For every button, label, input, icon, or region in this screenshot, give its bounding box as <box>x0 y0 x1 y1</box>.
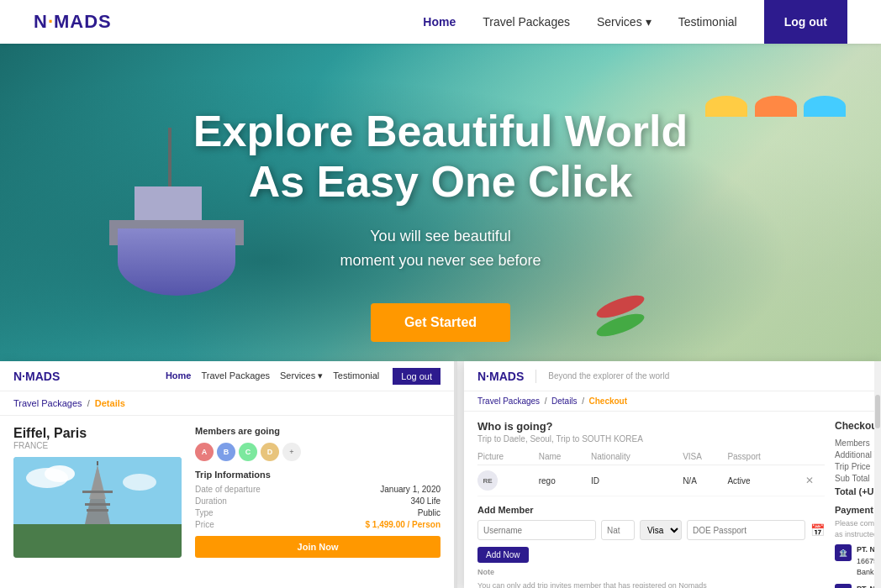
breadcrumb-parent[interactable]: Travel Packages <box>13 398 82 408</box>
who-going-sub: Trip to Daele, Seoul, Trip to SOUTH KORE… <box>477 434 825 444</box>
svg-rect-7 <box>82 491 113 493</box>
add-now-button[interactable]: Add Now <box>477 547 529 563</box>
trip-info-title: Trip Informations <box>195 470 440 480</box>
card-right-breadcrumb: Travel Packages / Details / Checkout <box>464 391 881 412</box>
header-divider <box>535 370 536 383</box>
col-picture: Picture <box>477 452 539 465</box>
breadcrumb-checkout: Checkout <box>589 396 628 406</box>
note-text: You can only add trip invites member tha… <box>477 581 825 588</box>
nav-testimonial[interactable]: Testimonial <box>678 15 737 29</box>
trip-info-section: Members are going A B C D + Trip Informa… <box>195 426 440 558</box>
col-nationality: Nationality <box>591 452 683 465</box>
get-started-button[interactable]: Get Started <box>371 303 510 342</box>
avatar-4: D <box>261 443 279 461</box>
join-now-button[interactable]: Join Now <box>195 536 440 558</box>
svg-rect-1 <box>13 524 182 558</box>
card-breadcrumb: Travel Packages / Details <box>0 391 454 416</box>
who-going-title: Who is going? <box>477 420 825 433</box>
member-visa: N/A <box>683 465 727 496</box>
logo: N·MADS <box>34 11 112 33</box>
breadcrumb-details[interactable]: Details <box>551 396 578 406</box>
checkout-card: N·MADS Beyond the explorer of the world … <box>464 361 881 588</box>
svg-point-3 <box>45 465 75 482</box>
nationality-input[interactable] <box>601 520 635 540</box>
col-passport: Passport <box>727 452 805 465</box>
card-right-header: N·MADS Beyond the explorer of the world <box>464 361 881 391</box>
card-logo: N·MADS <box>13 370 60 383</box>
passport-input[interactable] <box>687 520 805 540</box>
col-name: Name <box>539 452 591 465</box>
destination-image <box>13 457 182 558</box>
card-nav-testimonial[interactable]: Testimonial <box>333 370 379 381</box>
trip-type-row: Type Public <box>195 508 440 517</box>
add-member-form: Visa 📅 <box>477 520 825 540</box>
destination-title: Eiffel, Paris <box>13 426 182 441</box>
checkout-left: Who is going? Trip to Daele, Seoul, Trip… <box>477 420 825 588</box>
card-nav-links: Home Travel Packages Services ▾ Testimon… <box>166 370 379 381</box>
table-row: RE rego ID N/A Active ✕ <box>477 465 825 496</box>
visa-select[interactable]: Visa <box>640 520 682 540</box>
username-input[interactable] <box>477 520 596 540</box>
calendar-icon: 📅 <box>810 523 825 537</box>
note-label: Note <box>477 568 825 576</box>
nav-home[interactable]: Home <box>423 15 456 29</box>
nav-travel-packages[interactable]: Travel Packages <box>483 15 570 29</box>
svg-point-4 <box>123 474 156 491</box>
logout-button[interactable]: Log out <box>764 0 847 44</box>
avatar-3: C <box>239 443 257 461</box>
member-avatar: RE <box>477 470 498 491</box>
card-nav-services[interactable]: Services ▾ <box>280 370 323 381</box>
card-body: Eiffel, Paris FRANCE <box>0 416 454 568</box>
scrollbar[interactable] <box>874 361 881 588</box>
destination-country: FRANCE <box>13 441 182 450</box>
svg-rect-8 <box>85 503 110 506</box>
hero-title: Explore Beautiful World As Easy One Clic… <box>193 107 688 207</box>
bank-icon-2: 🏦 <box>835 584 852 588</box>
member-passport: Active <box>727 465 805 496</box>
hero-content: Explore Beautiful World As Easy One Clic… <box>193 107 688 341</box>
scrollbar-thumb <box>875 395 880 428</box>
breadcrumb-current: Details <box>95 398 125 408</box>
avatar-2: B <box>217 443 235 461</box>
add-member-title: Add Member <box>477 505 825 515</box>
col-visa: VISA <box>683 452 727 465</box>
cards-divider <box>454 361 457 588</box>
card-nav-home[interactable]: Home <box>166 370 192 381</box>
hero-section: Explore Beautiful World As Easy One Clic… <box>0 44 881 405</box>
trip-duration-row: Duration 340 Life <box>195 496 440 506</box>
members-going-label: Members are going <box>195 426 440 436</box>
trip-departure-row: Date of departure January 1, 2020 <box>195 485 440 494</box>
card-navbar: N·MADS Home Travel Packages Services ▾ T… <box>0 361 454 391</box>
avatar-1: A <box>195 443 214 461</box>
remove-member-button[interactable]: ✕ <box>805 475 814 486</box>
card-right-body: Who is going? Trip to Daele, Seoul, Trip… <box>464 412 881 588</box>
card-right-logo: N·MADS <box>477 370 524 383</box>
main-navbar: N·MADS Home Travel Packages Services ▾ T… <box>0 0 881 44</box>
bank-icon-1: 🏦 <box>835 544 852 561</box>
col-action <box>805 452 825 465</box>
bottom-section: N·MADS Home Travel Packages Services ▾ T… <box>0 361 881 588</box>
card-logout-button[interactable]: Log out <box>393 368 440 385</box>
detail-card: N·MADS Home Travel Packages Services ▾ T… <box>0 361 454 588</box>
member-name: rego <box>539 465 591 496</box>
nav-menu: Home Travel Packages Services ▾ Testimon… <box>423 14 736 29</box>
umbrella-decoration <box>704 94 847 122</box>
avatar-more: + <box>282 443 301 461</box>
member-nationality: ID <box>591 465 683 496</box>
hero-subtitle: You will see beautiful moment you never … <box>193 224 688 273</box>
card-tagline: Beyond the explorer of the world <box>548 371 669 381</box>
card-nav-travel[interactable]: Travel Packages <box>201 370 270 381</box>
nav-services[interactable]: Services ▾ <box>597 15 652 29</box>
members-table: Picture Name Nationality VISA Passport R… <box>477 452 825 496</box>
member-avatars: A B C D + <box>195 443 440 461</box>
breadcrumb-travel[interactable]: Travel Packages <box>477 396 540 406</box>
trip-price-row: Price $ 1,499.00 / Person <box>195 520 440 529</box>
svg-rect-9 <box>87 509 108 512</box>
chevron-down-icon: ▾ <box>646 15 652 29</box>
destination-section: Eiffel, Paris FRANCE <box>13 426 182 558</box>
